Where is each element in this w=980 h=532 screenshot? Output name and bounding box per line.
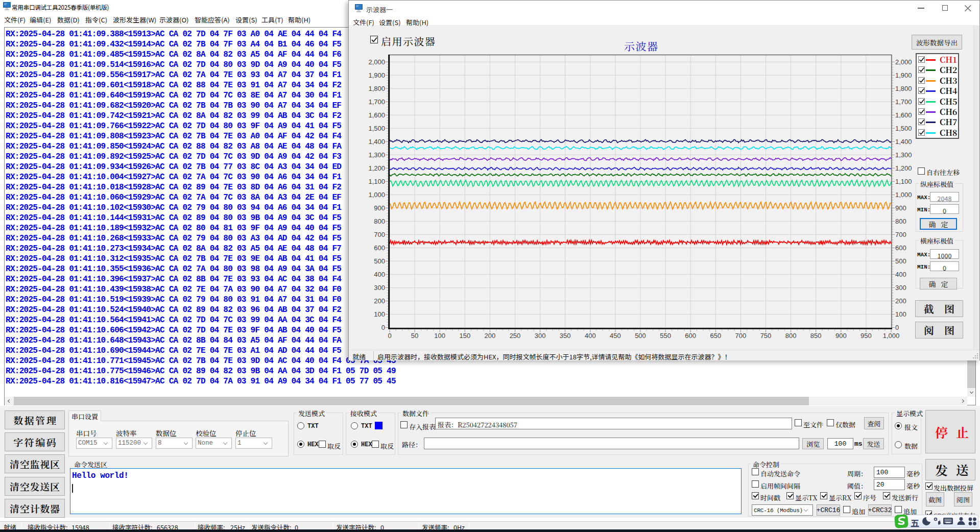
svg-text:200: 200: [485, 332, 496, 340]
svg-text:1,000: 1,000: [895, 191, 912, 199]
svg-text:750: 750: [760, 332, 772, 340]
svg-text:1,300: 1,300: [895, 151, 912, 159]
svg-text:600: 600: [895, 244, 906, 252]
svg-text:600: 600: [374, 244, 385, 252]
svg-text:1,200: 1,200: [368, 164, 385, 172]
svg-text:0: 0: [895, 324, 899, 331]
svg-text:400: 400: [374, 271, 385, 278]
svg-text:2,000: 2,000: [368, 58, 385, 66]
svg-text:900: 900: [835, 332, 847, 340]
svg-text:1,600: 1,600: [895, 111, 912, 119]
svg-text:800: 800: [895, 217, 906, 225]
svg-text:900: 900: [374, 204, 385, 212]
svg-text:200: 200: [895, 297, 906, 305]
svg-text:600: 600: [685, 332, 696, 340]
svg-text:300: 300: [374, 284, 385, 292]
svg-text:550: 550: [660, 332, 671, 340]
svg-text:100: 100: [434, 332, 445, 340]
svg-text:1,700: 1,700: [895, 98, 912, 106]
svg-text:1,800: 1,800: [368, 85, 385, 92]
svg-text:900: 900: [895, 204, 906, 212]
svg-text:500: 500: [374, 257, 385, 265]
svg-text:0: 0: [381, 324, 385, 331]
svg-text:1,500: 1,500: [368, 125, 385, 132]
svg-text:1,700: 1,700: [368, 98, 385, 106]
svg-text:1,900: 1,900: [895, 71, 912, 79]
svg-text:400: 400: [585, 332, 596, 340]
svg-text:450: 450: [610, 332, 621, 340]
svg-text:50: 50: [411, 332, 418, 340]
svg-text:1,100: 1,100: [368, 178, 385, 185]
svg-text:650: 650: [710, 332, 721, 340]
svg-text:100: 100: [895, 310, 906, 318]
svg-text:1,000: 1,000: [883, 332, 900, 340]
svg-text:700: 700: [374, 231, 385, 238]
svg-text:700: 700: [895, 231, 906, 238]
svg-text:400: 400: [895, 271, 906, 278]
svg-text:1,900: 1,900: [368, 71, 385, 79]
svg-text:1,100: 1,100: [895, 178, 912, 185]
svg-text:500: 500: [635, 332, 646, 340]
svg-text:1,400: 1,400: [895, 138, 912, 146]
svg-text:200: 200: [374, 297, 385, 305]
svg-text:100: 100: [374, 310, 385, 318]
svg-text:1,400: 1,400: [368, 138, 385, 146]
svg-text:800: 800: [374, 217, 385, 225]
svg-text:700: 700: [735, 332, 747, 340]
svg-text:1,300: 1,300: [368, 151, 385, 159]
svg-text:1,000: 1,000: [368, 191, 385, 199]
svg-text:800: 800: [785, 332, 797, 340]
svg-text:300: 300: [535, 332, 546, 340]
svg-text:300: 300: [895, 284, 906, 292]
svg-text:950: 950: [861, 332, 872, 340]
svg-text:500: 500: [895, 257, 906, 265]
svg-text:350: 350: [560, 332, 571, 340]
svg-text:1,600: 1,600: [368, 111, 385, 119]
svg-text:850: 850: [810, 332, 822, 340]
svg-text:150: 150: [459, 332, 470, 340]
svg-text:1,500: 1,500: [895, 125, 912, 132]
svg-text:1,800: 1,800: [895, 85, 912, 92]
svg-text:1,200: 1,200: [895, 164, 912, 172]
svg-text:250: 250: [510, 332, 521, 340]
svg-text:2,000: 2,000: [895, 58, 912, 66]
svg-text:0: 0: [388, 332, 391, 340]
